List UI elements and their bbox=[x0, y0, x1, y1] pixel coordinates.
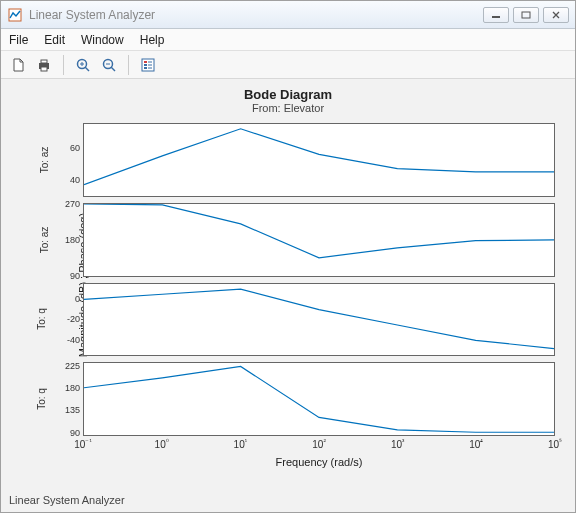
x-tick: 10¹ bbox=[234, 438, 247, 450]
plot-box: 0-20-40 bbox=[83, 283, 555, 357]
y-tick: 180 bbox=[54, 383, 80, 393]
x-tick: 10⁻¹ bbox=[74, 438, 91, 450]
new-icon[interactable] bbox=[7, 54, 29, 76]
curve bbox=[84, 363, 554, 435]
app-window: Linear System Analyzer File Edit Window … bbox=[0, 0, 576, 513]
window-buttons bbox=[483, 7, 569, 23]
svg-rect-9 bbox=[144, 61, 147, 63]
toolbar bbox=[1, 51, 575, 79]
y-tick: 270 bbox=[54, 199, 80, 209]
curve bbox=[84, 284, 554, 356]
svg-rect-10 bbox=[144, 64, 147, 66]
toolbar-separator bbox=[63, 55, 64, 75]
menu-help[interactable]: Help bbox=[140, 33, 165, 47]
svg-rect-4 bbox=[41, 60, 47, 63]
subplot-0: To: az6040 bbox=[83, 123, 555, 197]
toolbar-separator-2 bbox=[128, 55, 129, 75]
y-tick: 225 bbox=[54, 361, 80, 371]
menu-window[interactable]: Window bbox=[81, 33, 124, 47]
plot-box: 22518013590 bbox=[83, 362, 555, 436]
y-tick: 135 bbox=[54, 405, 80, 415]
subplot-ylabel: To: q bbox=[36, 309, 47, 331]
subplot-1: To: az27018090 bbox=[83, 203, 555, 277]
svg-rect-5 bbox=[41, 67, 47, 71]
y-tick: 0 bbox=[54, 294, 80, 304]
status-bar: Linear System Analyzer bbox=[1, 490, 575, 512]
chart-subtitle: From: Elevator bbox=[5, 102, 571, 114]
y-tick: 90 bbox=[54, 428, 80, 438]
app-icon bbox=[7, 7, 23, 23]
subplot-ylabel: To: q bbox=[36, 388, 47, 410]
subplot-3: To: q22518013590 bbox=[83, 362, 555, 436]
menu-edit[interactable]: Edit bbox=[44, 33, 65, 47]
y-tick: 180 bbox=[54, 235, 80, 245]
properties-icon[interactable] bbox=[137, 54, 159, 76]
plot-box: 6040 bbox=[83, 123, 555, 197]
x-tick: 10⁰ bbox=[155, 438, 169, 450]
maximize-button[interactable] bbox=[513, 7, 539, 23]
menubar: File Edit Window Help bbox=[1, 29, 575, 51]
titlebar[interactable]: Linear System Analyzer bbox=[1, 1, 575, 29]
x-tick: 10⁵ bbox=[548, 438, 562, 450]
subplot-ylabel: To: az bbox=[39, 226, 50, 253]
svg-rect-11 bbox=[144, 67, 147, 69]
plot-box: 27018090 bbox=[83, 203, 555, 277]
x-tick: 10³ bbox=[391, 438, 404, 450]
chart-title: Bode Diagram bbox=[5, 87, 571, 102]
x-tick: 10⁴ bbox=[469, 438, 483, 450]
svg-rect-1 bbox=[492, 16, 500, 18]
subplot-2: To: q0-20-40 bbox=[83, 283, 555, 357]
y-tick: -40 bbox=[54, 335, 80, 345]
plot-area[interactable]: Bode Diagram From: Elevator Magnitude (d… bbox=[1, 79, 575, 490]
menu-file[interactable]: File bbox=[9, 33, 28, 47]
close-button[interactable] bbox=[543, 7, 569, 23]
zoom-out-icon[interactable] bbox=[98, 54, 120, 76]
chart-panels: To: az6040To: az27018090To: q0-20-40To: … bbox=[83, 123, 555, 436]
svg-rect-2 bbox=[522, 12, 530, 18]
window-title: Linear System Analyzer bbox=[29, 8, 477, 22]
x-ticks: 10⁻¹10⁰10¹10²10³10⁴10⁵ bbox=[83, 438, 555, 452]
minimize-button[interactable] bbox=[483, 7, 509, 23]
subplot-ylabel: To: az bbox=[39, 147, 50, 174]
curve bbox=[84, 124, 554, 196]
print-icon[interactable] bbox=[33, 54, 55, 76]
y-tick: 40 bbox=[54, 175, 80, 185]
curve bbox=[84, 204, 554, 276]
y-tick: 60 bbox=[54, 143, 80, 153]
zoom-in-icon[interactable] bbox=[72, 54, 94, 76]
x-axis-label: Frequency (rad/s) bbox=[83, 456, 555, 468]
x-tick: 10² bbox=[312, 438, 325, 450]
y-tick: 90 bbox=[54, 271, 80, 281]
y-tick: -20 bbox=[54, 314, 80, 324]
